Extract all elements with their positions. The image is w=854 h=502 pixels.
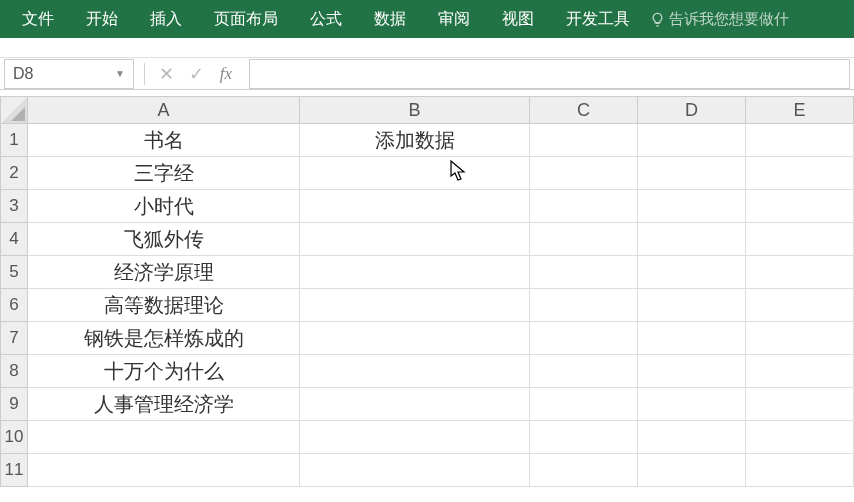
cell-D10[interactable] <box>638 421 746 454</box>
cell-A5[interactable]: 经济学原理 <box>28 256 300 289</box>
cell-C3[interactable] <box>530 190 638 223</box>
row-header-9[interactable]: 9 <box>0 388 28 421</box>
formula-input[interactable] <box>249 59 850 89</box>
cell-C5[interactable] <box>530 256 638 289</box>
table-row: 10 <box>0 421 854 454</box>
cell-E11[interactable] <box>746 454 854 487</box>
tab-home[interactable]: 开始 <box>70 1 134 38</box>
cell-B4[interactable] <box>300 223 530 256</box>
row-header-3[interactable]: 3 <box>0 190 28 223</box>
cell-D4[interactable] <box>638 223 746 256</box>
table-row: 1书名添加数据 <box>0 124 854 157</box>
confirm-button[interactable]: ✓ <box>181 59 211 89</box>
insert-function-button[interactable]: fx <box>211 59 241 89</box>
table-row: 5经济学原理 <box>0 256 854 289</box>
cell-D2[interactable] <box>638 157 746 190</box>
cell-A9[interactable]: 人事管理经济学 <box>28 388 300 421</box>
ribbon-content-area <box>0 38 854 58</box>
tab-developer[interactable]: 开发工具 <box>550 1 646 38</box>
formula-bar: D8 ▼ ✕ ✓ fx <box>0 58 854 90</box>
tab-data[interactable]: 数据 <box>358 1 422 38</box>
cell-E2[interactable] <box>746 157 854 190</box>
cell-D6[interactable] <box>638 289 746 322</box>
column-headers: A B C D E <box>0 96 854 124</box>
cell-A7[interactable]: 钢铁是怎样炼成的 <box>28 322 300 355</box>
col-header-D[interactable]: D <box>638 96 746 124</box>
separator <box>144 63 145 85</box>
lightbulb-icon <box>650 12 665 27</box>
tab-file[interactable]: 文件 <box>6 1 70 38</box>
cell-E4[interactable] <box>746 223 854 256</box>
cell-E1[interactable] <box>746 124 854 157</box>
table-row: 4飞狐外传 <box>0 223 854 256</box>
cell-C8[interactable] <box>530 355 638 388</box>
cell-E10[interactable] <box>746 421 854 454</box>
table-row: 7钢铁是怎样炼成的 <box>0 322 854 355</box>
row-header-2[interactable]: 2 <box>0 157 28 190</box>
tab-page-layout[interactable]: 页面布局 <box>198 1 294 38</box>
row-header-11[interactable]: 11 <box>0 454 28 487</box>
cell-C9[interactable] <box>530 388 638 421</box>
row-header-7[interactable]: 7 <box>0 322 28 355</box>
cell-E7[interactable] <box>746 322 854 355</box>
cell-D11[interactable] <box>638 454 746 487</box>
cell-B6[interactable] <box>300 289 530 322</box>
row-header-5[interactable]: 5 <box>0 256 28 289</box>
cell-A6[interactable]: 高等数据理论 <box>28 289 300 322</box>
name-box[interactable]: D8 ▼ <box>4 59 134 89</box>
table-row: 11 <box>0 454 854 487</box>
col-header-A[interactable]: A <box>28 96 300 124</box>
cell-C10[interactable] <box>530 421 638 454</box>
tab-insert[interactable]: 插入 <box>134 1 198 38</box>
cell-A2[interactable]: 三字经 <box>28 157 300 190</box>
cell-D9[interactable] <box>638 388 746 421</box>
cell-A8[interactable]: 十万个为什么 <box>28 355 300 388</box>
cell-A10[interactable] <box>28 421 300 454</box>
cell-A3[interactable]: 小时代 <box>28 190 300 223</box>
select-all-corner[interactable] <box>0 96 28 124</box>
cell-C1[interactable] <box>530 124 638 157</box>
col-header-B[interactable]: B <box>300 96 530 124</box>
row-header-8[interactable]: 8 <box>0 355 28 388</box>
cell-B2[interactable] <box>300 157 530 190</box>
col-header-E[interactable]: E <box>746 96 854 124</box>
cell-E8[interactable] <box>746 355 854 388</box>
cell-E9[interactable] <box>746 388 854 421</box>
row-header-1[interactable]: 1 <box>0 124 28 157</box>
cell-A11[interactable] <box>28 454 300 487</box>
cell-E3[interactable] <box>746 190 854 223</box>
cell-D1[interactable] <box>638 124 746 157</box>
cell-C7[interactable] <box>530 322 638 355</box>
cell-B10[interactable] <box>300 421 530 454</box>
cell-B1[interactable]: 添加数据 <box>300 124 530 157</box>
cell-A4[interactable]: 飞狐外传 <box>28 223 300 256</box>
cell-D8[interactable] <box>638 355 746 388</box>
cell-B11[interactable] <box>300 454 530 487</box>
cell-B5[interactable] <box>300 256 530 289</box>
cell-B3[interactable] <box>300 190 530 223</box>
cell-D5[interactable] <box>638 256 746 289</box>
tab-formulas[interactable]: 公式 <box>294 1 358 38</box>
cell-C11[interactable] <box>530 454 638 487</box>
tab-review[interactable]: 审阅 <box>422 1 486 38</box>
cancel-button[interactable]: ✕ <box>151 59 181 89</box>
cell-D7[interactable] <box>638 322 746 355</box>
tell-me-search[interactable]: 告诉我您想要做什 <box>650 10 789 29</box>
cell-A1[interactable]: 书名 <box>28 124 300 157</box>
row-header-6[interactable]: 6 <box>0 289 28 322</box>
tell-me-text: 告诉我您想要做什 <box>669 10 789 29</box>
cell-B8[interactable] <box>300 355 530 388</box>
col-header-C[interactable]: C <box>530 96 638 124</box>
tab-view[interactable]: 视图 <box>486 1 550 38</box>
cell-B9[interactable] <box>300 388 530 421</box>
row-header-4[interactable]: 4 <box>0 223 28 256</box>
row-header-10[interactable]: 10 <box>0 421 28 454</box>
cell-E5[interactable] <box>746 256 854 289</box>
cell-C4[interactable] <box>530 223 638 256</box>
cell-B7[interactable] <box>300 322 530 355</box>
cell-E6[interactable] <box>746 289 854 322</box>
cell-C2[interactable] <box>530 157 638 190</box>
table-row: 8十万个为什么 <box>0 355 854 388</box>
cell-D3[interactable] <box>638 190 746 223</box>
cell-C6[interactable] <box>530 289 638 322</box>
